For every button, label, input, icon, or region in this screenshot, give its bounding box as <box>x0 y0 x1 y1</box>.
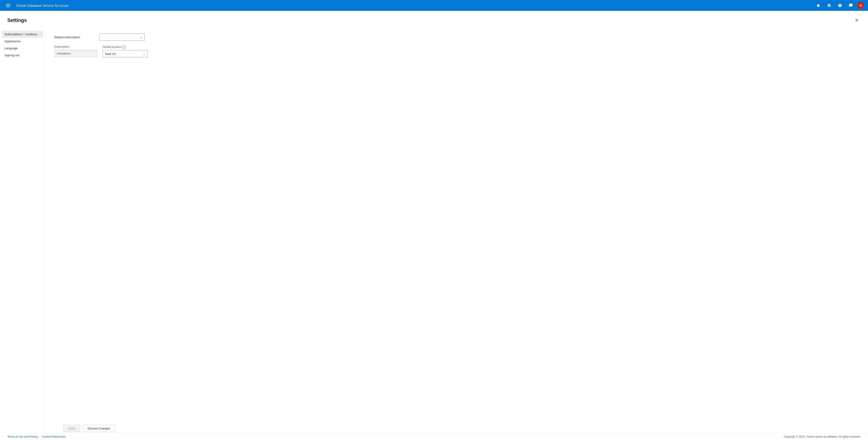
footer-links: Terms of Use and Privacy Cookie Preferen… <box>7 435 66 438</box>
default-subscription-label: Default subscription <box>54 35 99 39</box>
default-subscription-control <box>99 33 145 41</box>
subscriptions-locations-content: Default subscription Subscription <box>54 33 859 421</box>
svg-rect-2 <box>6 6 10 7</box>
settings-header: Settings ✕ <box>0 11 868 28</box>
notifications-button[interactable] <box>814 1 823 10</box>
default-location-label-text: Default location <box>103 45 121 49</box>
default-subscription-select-wrapper <box>99 33 145 41</box>
subscription-location-row: Subscription Default location i East US <box>54 45 859 57</box>
cookie-preferences-link[interactable]: Cookie Preferences <box>42 435 66 438</box>
terms-link[interactable]: Terms of Use and Privacy <box>7 435 38 438</box>
hamburger-menu-button[interactable] <box>4 1 13 10</box>
sidebar-item-language[interactable]: Language <box>2 45 43 52</box>
subscription-readonly-input <box>54 50 97 57</box>
user-avatar-button[interactable]: D <box>857 2 864 9</box>
subscription-col: Subscription <box>54 45 97 57</box>
topbar: Oracle Database Service for Azure D <box>0 0 868 11</box>
help-button[interactable] <box>835 1 844 10</box>
sidebar-item-subscriptions-locations[interactable]: Subscriptions + locations <box>2 31 43 38</box>
close-settings-button[interactable]: ✕ <box>852 16 861 24</box>
settings-main-content: Default subscription Subscription <box>45 28 868 441</box>
default-subscription-select[interactable] <box>99 33 145 41</box>
settings-title: Settings <box>7 18 27 23</box>
sidebar-item-appearance[interactable]: Appearance <box>2 38 43 45</box>
feedback-button[interactable] <box>846 1 855 10</box>
settings-sidebar: Subscriptions + locations Appearance Lan… <box>0 28 45 441</box>
discard-changes-button[interactable]: Discard Changes <box>83 425 115 432</box>
page-footer: Terms of Use and Privacy Cookie Preferen… <box>0 432 868 441</box>
sidebar-item-signing-out[interactable]: Signing out <box>2 52 43 59</box>
topbar-icons: D <box>814 1 864 10</box>
svg-rect-1 <box>6 5 10 6</box>
subscription-col-label: Subscription <box>54 45 97 49</box>
default-location-select[interactable]: East US West US East US 2 West US 2 Cent… <box>103 50 148 57</box>
close-icon: ✕ <box>855 18 859 23</box>
default-location-col-label: Default location i <box>103 45 148 49</box>
app-title: Oracle Database Service for Azure <box>16 4 814 7</box>
location-info-icon[interactable]: i <box>122 45 126 49</box>
settings-panel: Settings ✕ Subscriptions + locations App… <box>0 11 868 441</box>
default-subscription-row: Default subscription <box>54 33 859 41</box>
default-location-col: Default location i East US West US East … <box>103 45 148 57</box>
settings-button[interactable] <box>825 1 834 10</box>
copyright-text: Copyright © 2023, Oracle and/or its affi… <box>784 435 861 438</box>
default-location-select-wrapper: East US West US East US 2 West US 2 Cent… <box>103 50 148 57</box>
apply-button[interactable]: Apply <box>63 425 80 432</box>
svg-rect-0 <box>6 4 10 4</box>
settings-body: Subscriptions + locations Appearance Lan… <box>0 28 868 441</box>
